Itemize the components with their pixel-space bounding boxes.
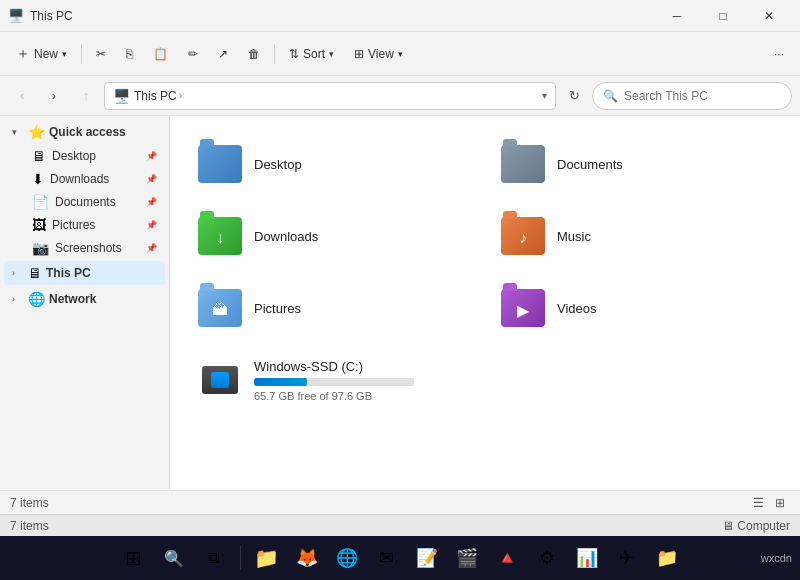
pictures-image-icon: 🏔 [212,301,228,319]
documents-icon [499,140,547,188]
pin-icon-4: 📌 [146,220,157,230]
sidebar-item-documents[interactable]: 📄 Documents 📌 [4,191,165,213]
desktop-icon [196,140,244,188]
sidebar-header-network[interactable]: › 🌐 Network [4,287,165,311]
taskbar-media-button[interactable]: 🎬 [449,540,485,576]
taskbar-edge-button[interactable]: 🌐 [329,540,365,576]
pictures-name: Pictures [254,301,301,316]
downloads-folder-icon: ⬇ [32,171,44,187]
minimize-button[interactable]: ─ [654,0,700,32]
close-button[interactable]: ✕ [746,0,792,32]
file-item-desktop[interactable]: Desktop [186,132,481,196]
sort-button[interactable]: ⇅ Sort ▾ [281,38,342,70]
toolbar: ＋ New ▾ ✂ ⎘ 📋 ✏ ↗ 🗑 ⇅ Sort ▾ ⊞ View ▾ ··… [0,32,800,76]
bottom-status-count: 7 items [10,519,49,533]
sidebar-desktop-label: Desktop [52,149,140,163]
drive-c-info: Windows-SSD (C:) 65.7 GB free of 97.6 GB [254,359,414,402]
new-chevron-icon: ▾ [62,49,67,59]
refresh-button[interactable]: ↻ [560,82,588,110]
path-part-1: This PC [134,89,177,103]
taskbar-notepad-button[interactable]: 📝 [409,540,445,576]
cut-button[interactable]: ✂ [88,38,114,70]
documents-info: Documents [557,157,623,172]
search-box[interactable]: 🔍 [592,82,792,110]
delete-button[interactable]: 🗑 [240,38,268,70]
taskbar-settings-button[interactable]: ⚙ [529,540,565,576]
drive-bar-container [254,378,414,386]
paste-button[interactable]: 📋 [145,38,176,70]
taskbar-task-view[interactable]: ⧉ [196,540,232,576]
back-button[interactable]: ‹ [8,82,36,110]
search-input[interactable] [624,89,781,103]
copy-button[interactable]: ⎘ [118,38,141,70]
main-content: ▾ ⭐ Quick access 🖥 Desktop 📌 ⬇ Downloads… [0,116,800,490]
downloads-arrow-icon: ↓ [216,229,224,247]
drive-c-size: 65.7 GB free of 97.6 GB [254,390,414,402]
file-item-music[interactable]: ♪ Music [489,204,784,268]
title-bar: 🖥️ This PC ─ □ ✕ [0,0,800,32]
documents-folder-icon: 📄 [32,194,49,210]
network-label: Network [49,292,96,306]
file-item-pictures[interactable]: 🏔 Pictures [186,276,481,340]
taskbar-office-button[interactable]: 📊 [569,540,605,576]
sidebar-item-desktop[interactable]: 🖥 Desktop 📌 [4,145,165,167]
pictures-icon: 🏔 [196,284,244,332]
pictures-info: Pictures [254,301,301,316]
videos-icon: ▶ [499,284,547,332]
taskbar-search-button[interactable]: 🔍 [156,540,192,576]
drive-c-name: Windows-SSD (C:) [254,359,414,374]
taskbar-vlc-button[interactable]: 🔺 [489,540,525,576]
up-button[interactable]: ↑ [72,82,100,110]
sidebar-pictures-label: Pictures [52,218,140,232]
new-button[interactable]: ＋ New ▾ [8,38,75,70]
network-chevron-icon: › [12,294,24,304]
view-button[interactable]: ⊞ View ▾ [346,38,411,70]
sidebar-item-screenshots[interactable]: 📷 Screenshots 📌 [4,237,165,259]
search-icon: 🔍 [603,89,618,103]
file-item-videos[interactable]: ▶ Videos [489,276,784,340]
taskbar-files-button[interactable]: 📁 [649,540,685,576]
path-dropdown-icon[interactable]: ▾ [542,90,547,101]
downloads-icon: ↓ [196,212,244,260]
forward-button[interactable]: › [40,82,68,110]
music-name: Music [557,229,591,244]
status-count: 7 items [10,496,49,510]
sidebar-header-quick-access[interactable]: ▾ ⭐ Quick access [4,120,165,144]
copy-icon: ⎘ [126,47,133,61]
taskbar-plane-button[interactable]: ✈ [609,540,645,576]
list-view-button[interactable]: ☰ [748,493,768,513]
sidebar-downloads-label: Downloads [50,172,140,186]
share-button[interactable]: ↗ [210,38,236,70]
network-icon: 🌐 [28,291,45,307]
file-item-documents[interactable]: Documents [489,132,784,196]
more-button[interactable]: ··· [766,38,792,70]
cut-icon: ✂ [96,47,106,61]
sidebar-section-this-pc: › 🖥 This PC [0,261,169,285]
file-item-downloads[interactable]: ↓ Downloads [186,204,481,268]
taskbar: ⊞ 🔍 ⧉ 📁 🦊 🌐 ✉ 📝 🎬 🔺 ⚙ 📊 ✈ 📁 wxcdn [0,536,800,580]
taskbar-firefox-button[interactable]: 🦊 [289,540,325,576]
sidebar-header-this-pc[interactable]: › 🖥 This PC [4,261,165,285]
drive-item-c[interactable]: Windows-SSD (C:) 65.7 GB free of 97.6 GB [186,348,526,412]
address-path[interactable]: 🖥️ This PC › ▾ [104,82,556,110]
taskbar-mail-button[interactable]: ✉ [369,540,405,576]
sidebar-item-downloads[interactable]: ⬇ Downloads 📌 [4,168,165,190]
desktop-folder-icon: 🖥 [32,148,46,164]
sidebar-section-quick-access: ▾ ⭐ Quick access 🖥 Desktop 📌 ⬇ Downloads… [0,120,169,259]
status-bar-bottom: 7 items 🖥 Computer [0,514,800,536]
downloads-name: Downloads [254,229,318,244]
taskbar-folder-button[interactable]: 📁 [249,540,285,576]
rename-button[interactable]: ✏ [180,38,206,70]
new-label: New [34,47,58,61]
title-bar-left: 🖥️ This PC [8,8,73,24]
sidebar-item-pictures[interactable]: 🖼 Pictures 📌 [4,214,165,236]
desktop-info: Desktop [254,157,302,172]
title-bar-controls: ─ □ ✕ [654,0,792,32]
taskbar-start-button[interactable]: ⊞ [116,540,152,576]
grid-view-button[interactable]: ⊞ [770,493,790,513]
pin-icon-2: 📌 [146,174,157,184]
view-chevron-icon: ▾ [398,49,403,59]
delete-icon: 🗑 [248,47,260,61]
sort-label: Sort [303,47,325,61]
maximize-button[interactable]: □ [700,0,746,32]
